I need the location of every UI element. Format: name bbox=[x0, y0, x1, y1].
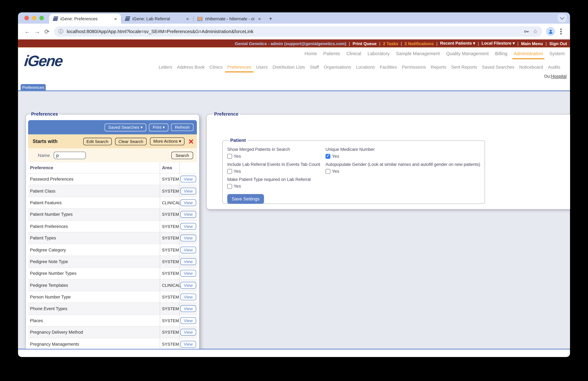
clear-search-button[interactable]: Clear Search bbox=[115, 137, 147, 145]
ou-hospital-link[interactable]: Hospital bbox=[551, 74, 567, 78]
close-icon[interactable]: × bbox=[185, 16, 190, 22]
top-bar-link[interactable]: 2 Tasks bbox=[383, 41, 398, 45]
sub-nav-item[interactable]: Reports bbox=[431, 65, 446, 70]
view-button[interactable]: View bbox=[180, 247, 196, 253]
reload-button[interactable]: ⟳ bbox=[42, 28, 52, 35]
yes-checkbox[interactable] bbox=[227, 184, 232, 189]
sub-nav-item[interactable]: Staff bbox=[310, 65, 319, 70]
view-button[interactable]: View bbox=[180, 235, 196, 241]
ou-line: Ou:Hospital bbox=[544, 74, 567, 78]
yes-checkbox[interactable] bbox=[325, 154, 330, 159]
top-bar-link[interactable]: Recent Patients ▾ bbox=[440, 41, 475, 46]
setting-item: Autopopulate Gender (Look at similar nam… bbox=[325, 162, 480, 174]
view-button[interactable]: View bbox=[180, 282, 196, 289]
sub-nav-item[interactable]: Facilities bbox=[380, 65, 397, 70]
sub-nav-item[interactable]: Distribution Lists bbox=[273, 65, 305, 70]
browser-tab[interactable]: iGene: Preferences × bbox=[49, 14, 121, 24]
separator: | bbox=[517, 41, 519, 45]
yes-checkbox[interactable] bbox=[227, 154, 232, 159]
view-button[interactable]: View bbox=[180, 317, 196, 324]
sub-nav-item[interactable]: Clinics bbox=[210, 65, 223, 70]
view-button[interactable]: View bbox=[180, 270, 196, 277]
save-settings-button[interactable]: Save Settings bbox=[227, 194, 264, 204]
close-window-icon[interactable] bbox=[24, 16, 29, 20]
yes-label: Yes bbox=[332, 154, 339, 159]
sub-nav-item[interactable]: Audits bbox=[548, 65, 560, 70]
browser-menu-kebab-icon[interactable] bbox=[560, 31, 562, 32]
view-button[interactable]: View bbox=[180, 211, 196, 218]
view-button[interactable]: View bbox=[180, 258, 196, 265]
sub-nav-item[interactable]: Permissions bbox=[402, 65, 426, 70]
top-bar-link[interactable]: Main Menu bbox=[521, 41, 543, 45]
main-nav-item[interactable]: Laboratory bbox=[368, 51, 390, 56]
tab-search-button[interactable] bbox=[558, 14, 567, 22]
view-button[interactable]: View bbox=[180, 176, 196, 182]
main-nav-item[interactable]: Quality Management bbox=[446, 51, 489, 56]
close-icon[interactable]: × bbox=[257, 16, 262, 22]
main-nav-item[interactable]: Sample Management bbox=[396, 51, 440, 56]
column-header-area: Area bbox=[160, 162, 179, 173]
main-nav-item[interactable]: Home bbox=[305, 51, 317, 56]
tab-title: iGene: Lab Referral bbox=[132, 17, 183, 21]
table-row: Person Number Type SYSTEM View bbox=[28, 291, 197, 303]
sub-nav-item[interactable]: Preferences bbox=[227, 65, 251, 70]
setting-value: Yes bbox=[227, 184, 325, 189]
separator: | bbox=[478, 41, 479, 45]
main-nav-item[interactable]: Billing bbox=[495, 51, 507, 56]
profile-avatar[interactable] bbox=[546, 27, 555, 36]
view-button[interactable]: View bbox=[180, 187, 196, 194]
setting-value: Yes bbox=[325, 154, 480, 159]
url-bar[interactable]: ⓘ localhost:8080/App/App.html?locale=sv_… bbox=[54, 26, 542, 37]
name-input[interactable] bbox=[54, 152, 86, 159]
setting-value: Yes bbox=[227, 169, 325, 174]
back-button[interactable]: ← bbox=[22, 28, 32, 35]
yes-label: Yes bbox=[234, 154, 241, 159]
edit-search-button[interactable]: Edit Search bbox=[83, 137, 112, 145]
view-button[interactable]: View bbox=[180, 305, 196, 312]
maximize-window-icon[interactable] bbox=[39, 16, 44, 20]
view-button[interactable]: View bbox=[180, 329, 196, 336]
yes-checkbox[interactable] bbox=[227, 169, 232, 174]
close-search-x-icon[interactable] bbox=[189, 139, 193, 144]
browser-tab[interactable]: iGene: Lab Referral × bbox=[121, 14, 193, 24]
main-nav-item[interactable]: System bbox=[549, 51, 565, 56]
main-nav-item[interactable]: Clinical bbox=[346, 51, 361, 56]
sub-nav-item[interactable]: Users bbox=[256, 65, 268, 70]
setting-label: Include Lab Referral Events In Events Ta… bbox=[227, 162, 325, 167]
preference-area: SYSTEM bbox=[160, 185, 179, 197]
close-icon[interactable]: × bbox=[113, 16, 118, 22]
top-bar-item: | Main Menu bbox=[515, 41, 543, 45]
top-bar-link[interactable]: 2 Notifications bbox=[405, 41, 434, 45]
minimize-window-icon[interactable] bbox=[32, 16, 36, 20]
view-button[interactable]: View bbox=[180, 223, 196, 229]
site-info-icon[interactable]: ⓘ bbox=[59, 28, 63, 35]
more-actions-button[interactable]: More Actions ▾ bbox=[150, 137, 185, 145]
sub-nav-item[interactable]: Sent Reports bbox=[451, 65, 477, 70]
top-bar-link[interactable]: Local Filestore ▾ bbox=[482, 41, 515, 46]
main-nav-item[interactable]: Patients bbox=[323, 51, 340, 56]
sub-nav-item[interactable]: Letters bbox=[159, 65, 172, 70]
sub-nav-item[interactable]: Locations bbox=[356, 65, 375, 70]
bookmark-star-icon[interactable]: ☆ bbox=[533, 28, 538, 35]
sub-nav-item[interactable]: Noticeboard bbox=[519, 65, 543, 70]
sub-nav-item[interactable]: Address Book bbox=[177, 65, 205, 70]
top-bar-link[interactable]: Print Queue bbox=[353, 41, 377, 45]
sub-nav-item[interactable]: Organisations bbox=[324, 65, 351, 70]
browser-tab[interactable]: nhibernate - hibernate - creat × bbox=[193, 14, 265, 24]
view-button[interactable]: View bbox=[180, 199, 196, 206]
search-button[interactable]: Search bbox=[171, 152, 193, 159]
sub-nav-item[interactable]: Saved Searches bbox=[482, 65, 514, 70]
yes-checkbox[interactable] bbox=[325, 169, 330, 174]
forward-button[interactable]: → bbox=[32, 28, 42, 35]
new-tab-button[interactable]: + bbox=[265, 14, 276, 24]
top-bar-link[interactable]: Sign Out bbox=[549, 41, 567, 45]
refresh-button[interactable]: Refresh bbox=[171, 123, 193, 131]
saved-searches-button[interactable]: Saved Searches ▾ bbox=[105, 123, 146, 131]
logged-in-user: Genial Genetics - admin (support@genialg… bbox=[235, 41, 346, 45]
preferences-page-tab[interactable]: Preferences bbox=[21, 84, 46, 90]
view-button[interactable]: View bbox=[180, 293, 196, 300]
password-key-icon[interactable] bbox=[523, 28, 529, 35]
print-button[interactable]: Print ▾ bbox=[149, 123, 168, 131]
main-nav-item[interactable]: Administration bbox=[514, 51, 543, 56]
view-button[interactable]: View bbox=[180, 341, 196, 347]
